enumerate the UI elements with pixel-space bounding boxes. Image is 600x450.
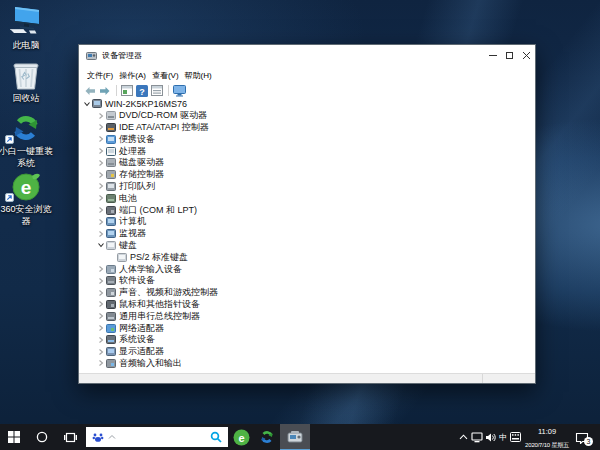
start-button[interactable] — [0, 424, 28, 450]
battery-icon — [106, 194, 116, 203]
maximize-button[interactable] — [501, 45, 518, 66]
menu-file[interactable]: 文件(F) — [84, 70, 116, 81]
chevron-right-icon[interactable] — [95, 230, 106, 238]
menu-bar: 文件(F)操作(A)查看(V)帮助(H) — [79, 66, 535, 84]
tree-item[interactable]: 显示适配器 — [79, 346, 535, 358]
svg-text:e: e — [21, 177, 32, 198]
chevron-right-icon[interactable] — [95, 194, 106, 202]
chevron-right-icon[interactable] — [95, 206, 106, 214]
chevron-right-icon[interactable] — [95, 312, 106, 320]
usb-controller-icon — [106, 312, 116, 321]
chevron-right-icon[interactable] — [95, 277, 106, 285]
forward-icon[interactable] — [99, 86, 111, 96]
volume-icon[interactable] — [484, 424, 497, 450]
desktop-icon-label: 小白一键重装系统 — [0, 145, 54, 169]
ide-controller-icon — [106, 123, 116, 132]
menu-help[interactable]: 帮助(H) — [182, 70, 215, 81]
tree-item[interactable]: 端口 (COM 和 LPT) — [79, 204, 535, 216]
desktop: 此电脑回收站小白一键重装系统e360安全浏览器 设备管理器 文件(F)操作(A)… — [0, 0, 600, 450]
software-device-icon — [106, 276, 116, 285]
chevron-down-icon[interactable] — [95, 241, 106, 249]
sound-controller-icon — [106, 288, 116, 297]
tree-item[interactable]: 网络适配器 — [79, 322, 535, 334]
tree-item[interactable]: 声音、视频和游戏控制器 — [79, 287, 535, 299]
device-tree: WIN-2K5KP16MS76DVD/CD-ROM 驱动器IDE ATA/ATA… — [79, 97, 535, 373]
tree-item[interactable]: 电池 — [79, 192, 535, 204]
taskbar-xiaobai-icon[interactable] — [254, 424, 280, 450]
chevron-right-icon[interactable] — [95, 336, 106, 344]
chevron-up-small-icon[interactable] — [108, 434, 116, 440]
ime-mode-indicator[interactable]: 中 — [497, 424, 509, 450]
tree-item[interactable]: 便携设备 — [79, 133, 535, 145]
tree-item[interactable]: 磁盘驱动器 — [79, 157, 535, 169]
chevron-right-icon[interactable] — [95, 300, 106, 308]
chevron-right-icon[interactable] — [95, 135, 106, 143]
tree-item[interactable]: 键盘 — [79, 240, 535, 252]
ime-keyboard-icon[interactable] — [509, 424, 522, 450]
tree-item[interactable]: 音频输入和输出 — [79, 358, 535, 370]
chevron-right-icon[interactable] — [95, 348, 106, 356]
search-icon[interactable] — [210, 431, 222, 443]
close-button[interactable] — [518, 45, 535, 66]
task-view-button[interactable] — [56, 424, 84, 450]
this-pc-icon — [0, 6, 54, 38]
tree-item[interactable]: 软件设备 — [79, 275, 535, 287]
chevron-right-icon[interactable] — [95, 123, 106, 131]
network-icon[interactable] — [470, 424, 484, 450]
tree-item[interactable]: 人体学输入设备 — [79, 263, 535, 275]
chevron-right-icon[interactable] — [95, 159, 106, 167]
tree-item[interactable]: DVD/CD-ROM 驱动器 — [79, 110, 535, 122]
cortana-button[interactable] — [28, 424, 56, 450]
console-window-icon[interactable] — [121, 85, 133, 96]
taskbar-device-manager-icon[interactable] — [280, 424, 310, 450]
tree-item[interactable]: WIN-2K5KP16MS76 — [79, 98, 535, 110]
tray-chevron-up-icon[interactable] — [456, 424, 470, 450]
menu-view[interactable]: 查看(V) — [149, 70, 182, 81]
menu-action[interactable]: 操作(A) — [116, 70, 149, 81]
keyboard-icon — [106, 241, 116, 250]
display-adapter-icon — [106, 347, 116, 356]
chevron-right-icon[interactable] — [95, 265, 106, 273]
tree-item[interactable]: 打印队列 — [79, 181, 535, 193]
properties-window-icon[interactable] — [151, 85, 163, 96]
chevron-right-icon[interactable] — [95, 324, 106, 332]
action-center-icon[interactable]: 3 — [572, 424, 592, 450]
chevron-right-icon[interactable] — [95, 359, 106, 367]
tree-item[interactable]: 处理器 — [79, 145, 535, 157]
desktop-icon-360-browser[interactable]: e360安全浏览器 — [0, 170, 54, 227]
tree-item[interactable]: PS/2 标准键盘 — [79, 251, 535, 263]
chevron-right-icon[interactable] — [95, 182, 106, 190]
tree-item[interactable]: 计算机 — [79, 216, 535, 228]
tree-item[interactable]: 通用串行总线控制器 — [79, 310, 535, 322]
tray-date: 2020/7/10 星期五 — [525, 442, 569, 448]
chevron-right-icon[interactable] — [95, 289, 106, 297]
360-browser-icon: e — [0, 170, 54, 202]
window-title: 设备管理器 — [102, 50, 484, 61]
chevron-right-icon[interactable] — [95, 147, 106, 155]
help-icon[interactable]: ? — [136, 85, 148, 97]
taskbar-clock[interactable]: 11:09 2020/7/10 星期五 — [522, 424, 572, 450]
hid-icon — [106, 265, 116, 274]
desktop-icon-recycle-bin[interactable]: 回收站 — [0, 59, 54, 104]
tree-item[interactable]: IDE ATA/ATAPI 控制器 — [79, 122, 535, 134]
chevron-right-icon[interactable] — [95, 218, 106, 226]
processor-icon — [106, 147, 116, 156]
tree-item[interactable]: 鼠标和其他指针设备 — [79, 299, 535, 311]
chevron-down-icon[interactable] — [81, 100, 92, 108]
svg-text:e: e — [238, 431, 244, 443]
tree-item[interactable]: 存储控制器 — [79, 169, 535, 181]
back-icon[interactable] — [84, 86, 96, 96]
tree-item[interactable]: 系统设备 — [79, 334, 535, 346]
taskbar-360-browser-icon[interactable]: e — [228, 424, 254, 450]
desktop-icon-xiaobai-reinstall[interactable]: 小白一键重装系统 — [0, 112, 54, 169]
chevron-right-icon[interactable] — [95, 171, 106, 179]
monitor-toolbar-icon[interactable] — [173, 85, 186, 97]
desktop-icon-label: 360安全浏览器 — [0, 203, 54, 227]
tree-item-label: 音频输入和输出 — [119, 357, 182, 370]
svg-text:?: ? — [139, 86, 145, 96]
chevron-right-icon[interactable] — [95, 112, 106, 120]
search-box[interactable] — [86, 427, 228, 447]
tree-item[interactable]: 监视器 — [79, 228, 535, 240]
minimize-button[interactable] — [484, 45, 501, 66]
desktop-icon-this-pc[interactable]: 此电脑 — [0, 6, 54, 51]
